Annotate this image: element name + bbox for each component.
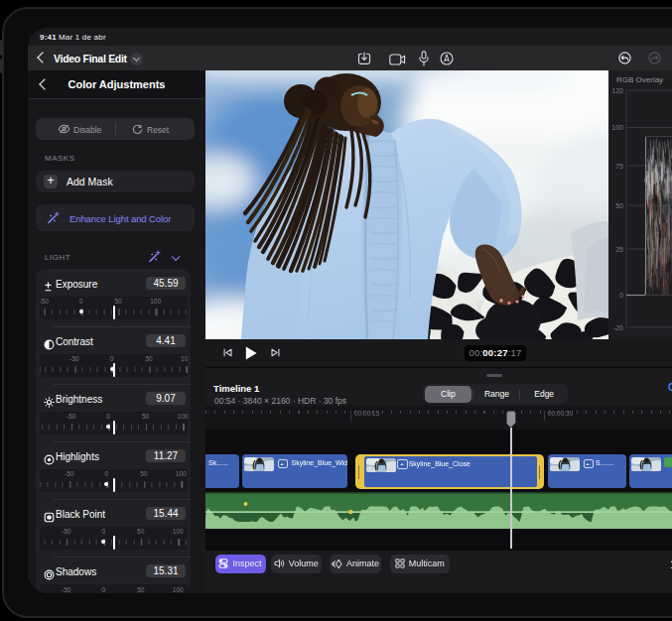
svg-text:120: 120 xyxy=(611,87,623,94)
svg-text:0: 0 xyxy=(619,292,623,299)
svg-text:75: 75 xyxy=(615,163,623,170)
svg-text:100: 100 xyxy=(611,124,623,131)
svg-text:RGB Overlay: RGB Overlay xyxy=(616,75,663,84)
svg-text:25: 25 xyxy=(615,246,623,253)
svg-text:50: 50 xyxy=(615,202,623,209)
svg-text:-20: -20 xyxy=(613,324,623,331)
